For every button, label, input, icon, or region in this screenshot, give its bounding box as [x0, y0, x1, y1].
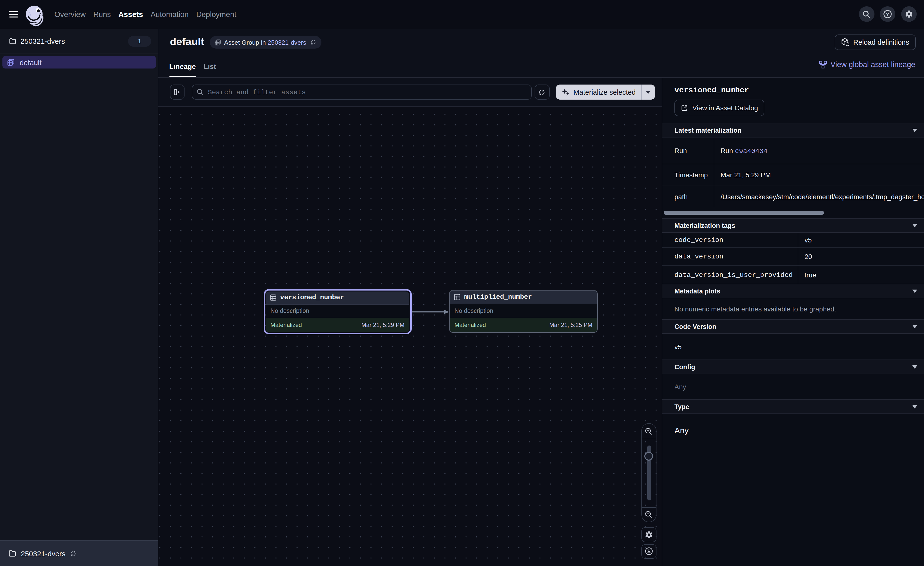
- svg-text:?: ?: [886, 11, 889, 17]
